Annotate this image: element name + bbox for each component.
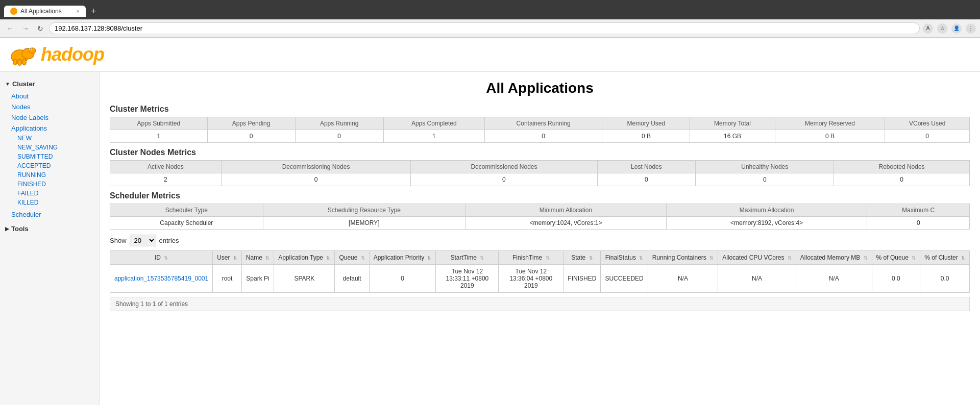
- app-table-header[interactable]: Queue ⇅: [335, 251, 369, 265]
- scheduler-value: 0: [867, 217, 970, 230]
- sidebar-item-about[interactable]: About: [0, 91, 99, 102]
- svg-point-7: [30, 48, 31, 49]
- scheduler-header: Minimum Allocation: [465, 204, 667, 217]
- app-table-cell: 0.0: [920, 265, 970, 293]
- sort-arrows-icon: ⇅: [961, 256, 965, 261]
- cluster-metrics-value: 0 B: [602, 130, 690, 143]
- cluster-nodes-header: Unhealthy Nodes: [696, 161, 834, 173]
- browser-chrome: All Applications × +: [0, 0, 980, 19]
- cluster-nodes-header: Decommissioned Nodes: [411, 161, 597, 173]
- app-table-header[interactable]: Application Type ⇅: [274, 251, 335, 265]
- cluster-metrics-header: Containers Running: [484, 117, 602, 130]
- app-table-header[interactable]: Allocated Memory MB ⇅: [796, 251, 872, 265]
- sidebar-item-new-saving[interactable]: NEW_SAVING: [0, 143, 99, 152]
- svg-point-3: [13, 59, 17, 65]
- app-table-header[interactable]: State ⇅: [564, 251, 601, 265]
- app-table-cell: FINISHED: [564, 265, 601, 293]
- sidebar-item-nodes[interactable]: Nodes: [0, 102, 99, 112]
- tab-close-button[interactable]: ×: [77, 8, 80, 14]
- sidebar-item-killed[interactable]: KILLED: [0, 198, 99, 207]
- sidebar-tools-label: Tools: [11, 225, 29, 233]
- back-button[interactable]: ←: [4, 23, 16, 34]
- app-id-link[interactable]: application_1573535785419_0001: [114, 275, 208, 282]
- entries-select[interactable]: 102050100: [130, 235, 156, 246]
- menu-icon[interactable]: ⋮: [966, 23, 976, 34]
- sort-arrows-icon: ⇅: [589, 256, 593, 261]
- hadoop-text: hadoop: [41, 44, 104, 65]
- sidebar-item-applications[interactable]: Applications: [0, 123, 99, 134]
- cluster-metrics-header: Memory Total: [690, 117, 775, 130]
- profile-icon[interactable]: 👤: [951, 23, 962, 34]
- cluster-metrics-header: Apps Running: [295, 117, 383, 130]
- scheduler-value: Capacity Scheduler: [110, 217, 263, 230]
- cluster-nodes-header: Active Nodes: [110, 161, 222, 173]
- sort-arrows-icon: ⇅: [864, 256, 868, 261]
- app-table-header[interactable]: % of Cluster ⇅: [920, 251, 970, 265]
- scheduler-header: Maximum Allocation: [666, 204, 867, 217]
- scheduler-metrics-title: Scheduler Metrics: [110, 191, 970, 200]
- app-table-header[interactable]: FinishTime ⇅: [499, 251, 564, 265]
- cluster-nodes-header: Decommissioning Nodes: [221, 161, 411, 173]
- svg-point-4: [18, 59, 22, 65]
- sidebar: ▼ Cluster About Nodes Node Labels Applic…: [0, 72, 100, 405]
- sidebar-item-failed[interactable]: FAILED: [0, 189, 99, 198]
- app-table-header[interactable]: FinalStatus ⇅: [601, 251, 648, 265]
- hadoop-logo-bar: hadoop: [0, 38, 980, 72]
- address-bar[interactable]: [49, 22, 920, 34]
- cluster-nodes-value: 0: [411, 173, 597, 186]
- cluster-metrics-value: 1: [110, 130, 208, 143]
- sidebar-cluster-section: ▼ Cluster About Nodes Node Labels Applic…: [0, 77, 99, 207]
- app-table-header[interactable]: ID ⇅: [110, 251, 213, 265]
- sort-arrows-icon: ⇅: [639, 256, 643, 261]
- cluster-nodes-header: Rebooted Nodes: [834, 161, 970, 173]
- sidebar-item-submitted[interactable]: SUBMITTED: [0, 152, 99, 161]
- cluster-metrics-header: Apps Completed: [383, 117, 484, 130]
- cluster-nodes-table: Active NodesDecommissioning NodesDecommi…: [110, 160, 970, 186]
- cluster-metrics-header: Memory Reserved: [775, 117, 885, 130]
- sidebar-item-new[interactable]: NEW: [0, 134, 99, 143]
- app-table-cell: Tue Nov 12 13:36:04 +0800 2019: [499, 265, 564, 293]
- tab-label: All Applications: [20, 8, 62, 15]
- sidebar-item-running[interactable]: RUNNING: [0, 170, 99, 180]
- cluster-nodes-value: 0: [834, 173, 970, 186]
- sidebar-scheduler-section: Scheduler: [0, 209, 99, 220]
- scheduler-metrics-table: Scheduler TypeScheduling Resource TypeMi…: [110, 204, 970, 230]
- app-table-header[interactable]: Application Priority ⇅: [369, 251, 436, 265]
- sort-arrows-icon: ⇅: [164, 256, 168, 261]
- table-footer: Showing 1 to 1 of 1 entries: [110, 297, 970, 311]
- translate-icon[interactable]: A: [923, 23, 933, 34]
- sidebar-cluster-toggle[interactable]: ▼ Cluster: [0, 77, 99, 91]
- scheduler-header: Scheduler Type: [110, 204, 263, 217]
- main-content: All Applications Cluster Metrics Apps Su…: [100, 72, 980, 405]
- cluster-nodes-value: 0: [696, 173, 834, 186]
- sidebar-item-accepted[interactable]: ACCEPTED: [0, 161, 99, 170]
- nav-bar: ← → ↻ A ☆ 👤 ⋮: [0, 19, 980, 38]
- sidebar-tools-toggle[interactable]: ▶ Tools: [0, 222, 99, 236]
- forward-button[interactable]: →: [19, 23, 32, 34]
- app-table-header[interactable]: Allocated CPU VCores ⇅: [718, 251, 796, 265]
- app-table-header[interactable]: Running Containers ⇅: [648, 251, 718, 265]
- cluster-nodes-value: 0: [221, 173, 411, 186]
- app-table-header[interactable]: User ⇅: [213, 251, 242, 265]
- reload-button[interactable]: ↻: [35, 23, 46, 34]
- browser-tab[interactable]: All Applications ×: [4, 6, 86, 17]
- cluster-nodes-value: 0: [597, 173, 696, 186]
- new-tab-button[interactable]: +: [89, 6, 99, 17]
- sidebar-cluster-label: Cluster: [12, 80, 35, 88]
- bookmark-icon[interactable]: ☆: [937, 23, 947, 34]
- app-table-header[interactable]: % of Queue ⇅: [872, 251, 920, 265]
- cluster-metrics-table: Apps SubmittedApps PendingApps RunningAp…: [110, 117, 970, 143]
- scheduler-value: <memory:1024, vCores:1>: [465, 217, 667, 230]
- app-table-cell: Spark Pi: [241, 265, 274, 293]
- sidebar-item-finished[interactable]: FINISHED: [0, 180, 99, 189]
- sidebar-item-node-labels[interactable]: Node Labels: [0, 112, 99, 123]
- app-table-header[interactable]: StartTime ⇅: [436, 251, 499, 265]
- hadoop-elephant-icon: [8, 42, 39, 67]
- sort-arrows-icon: ⇅: [912, 256, 916, 261]
- cluster-nodes-value: 2: [110, 173, 222, 186]
- app-table-header[interactable]: Name ⇅: [241, 251, 274, 265]
- tab-favicon: [10, 8, 17, 15]
- sidebar-item-scheduler[interactable]: Scheduler: [0, 209, 99, 220]
- sort-arrows-icon: ⇅: [233, 256, 237, 261]
- cluster-metrics-header: Apps Pending: [207, 117, 295, 130]
